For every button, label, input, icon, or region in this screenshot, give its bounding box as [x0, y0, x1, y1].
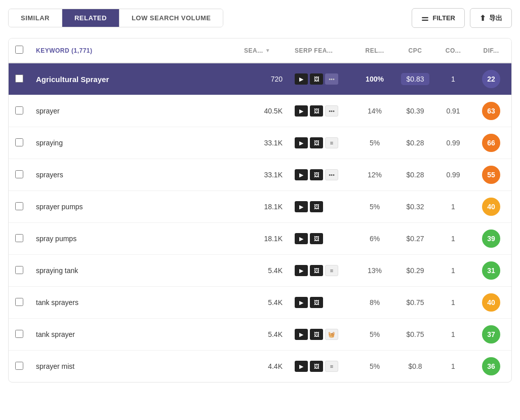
- row-competition-2: 0.99: [435, 159, 471, 191]
- row-keyword-5: spraying tank: [30, 255, 238, 287]
- toolbar-right: ⚌ FILTER ⬆ 导出: [412, 8, 512, 28]
- highlight-keyword-text: Agricultural Sprayer: [36, 75, 109, 84]
- highlight-row-checkbox[interactable]: [15, 74, 23, 83]
- row-checkbox-0[interactable]: [15, 106, 23, 114]
- row-cpc-7: $0.75: [395, 319, 435, 351]
- video-icon: ▶: [295, 361, 308, 372]
- keyword-table-wrapper: KEYWORD (1,771) SEA... ▼ SERP FEA... REL…: [8, 38, 512, 383]
- select-all-checkbox[interactable]: [15, 46, 23, 54]
- row-serp-7: ▶🖼🧺: [289, 319, 354, 351]
- row-serp-5: ▶🖼≡: [289, 255, 354, 287]
- row-diff-5: 31: [471, 255, 511, 287]
- video-icon: ▶: [295, 329, 308, 340]
- row-checkbox-cell: [9, 159, 30, 191]
- row-checkbox-cell: [9, 319, 30, 351]
- table-row: sprayer pumps 18.1K ▶🖼 5% $0.32 1 40: [9, 191, 511, 223]
- row-relevance-3: 5%: [354, 191, 395, 223]
- row-checkbox-cell: [9, 127, 30, 159]
- header-checkbox-cell: [9, 39, 30, 63]
- difficulty-badge-2: 55: [482, 166, 500, 184]
- highlight-search-vol: 720: [238, 63, 289, 95]
- row-serp-3: ▶🖼: [289, 191, 354, 223]
- row-checkbox-4[interactable]: [15, 234, 23, 242]
- row-checkbox-2[interactable]: [15, 170, 23, 178]
- header-difficulty: DIF...: [471, 39, 511, 63]
- image-icon: 🖼: [310, 105, 323, 117]
- row-cpc-3: $0.32: [395, 191, 435, 223]
- row-keyword-2: sprayers: [30, 159, 238, 191]
- row-checkbox-cell: [9, 351, 30, 383]
- row-diff-2: 55: [471, 159, 511, 191]
- row-checkbox-cell: [9, 191, 30, 223]
- row-search-vol-7: 5.4K: [238, 319, 289, 351]
- row-checkbox-5[interactable]: [15, 266, 23, 274]
- table-row: sprayers 33.1K ▶🖼••• 12% $0.28 0.99 55: [9, 159, 511, 191]
- tab-low-search-volume[interactable]: LOW SEARCH VOLUME: [119, 9, 223, 27]
- difficulty-badge-4: 39: [482, 230, 500, 248]
- tab-related[interactable]: RELATED: [62, 9, 119, 27]
- row-checkbox-6[interactable]: [15, 298, 23, 306]
- difficulty-badge-0: 63: [482, 102, 500, 120]
- row-diff-8: 36: [471, 351, 511, 383]
- row-search-vol-1: 33.1K: [238, 127, 289, 159]
- row-serp-2: ▶🖼•••: [289, 159, 354, 191]
- image-icon: 🖼: [310, 265, 323, 276]
- row-checkbox-8[interactable]: [15, 362, 23, 370]
- export-button[interactable]: ⬆ 导出: [470, 8, 512, 28]
- image-icon: 🖼: [310, 73, 323, 85]
- difficulty-badge-5: 31: [482, 261, 500, 280]
- row-serp-6: ▶🖼: [289, 287, 354, 319]
- video-icon: ▶: [295, 265, 308, 276]
- row-checkbox-1[interactable]: [15, 138, 23, 146]
- row-relevance-7: 5%: [354, 319, 395, 351]
- row-cpc-1: $0.28: [395, 127, 435, 159]
- row-relevance-8: 5%: [354, 351, 395, 383]
- main-container: SIMILAR RELATED LOW SEARCH VOLUME ⚌ FILT…: [0, 0, 520, 391]
- row-search-vol-4: 18.1K: [238, 223, 289, 255]
- row-cpc-2: $0.28: [395, 159, 435, 191]
- row-keyword-8: sprayer mist: [30, 351, 238, 383]
- row-cpc-6: $0.75: [395, 287, 435, 319]
- video-icon: ▶: [295, 297, 308, 308]
- table-row: sprayer 40.5K ▶🖼••• 14% $0.39 0.91 63: [9, 95, 511, 127]
- row-keyword-1: spraying: [30, 127, 238, 159]
- row-checkbox-7[interactable]: [15, 330, 23, 338]
- table-row: sprayer mist 4.4K ▶🖼≡ 5% $0.8 1 36: [9, 351, 511, 383]
- row-serp-0: ▶🖼•••: [289, 95, 354, 127]
- image-icon: 🖼: [310, 169, 323, 180]
- row-diff-0: 63: [471, 95, 511, 127]
- highlight-cpc-box: $0.83: [401, 73, 429, 85]
- filter-button[interactable]: ⚌ FILTER: [412, 8, 465, 28]
- row-relevance-6: 8%: [354, 287, 395, 319]
- header-serp-features: SERP FEA...: [289, 39, 354, 63]
- row-search-vol-8: 4.4K: [238, 351, 289, 383]
- row-competition-0: 0.91: [435, 95, 471, 127]
- table-header-row: KEYWORD (1,771) SEA... ▼ SERP FEA... REL…: [9, 39, 511, 63]
- row-keyword-0: sprayer: [30, 95, 238, 127]
- row-serp-8: ▶🖼≡: [289, 351, 354, 383]
- header-search-volume[interactable]: SEA... ▼: [238, 39, 289, 63]
- export-icon: ⬆: [479, 14, 486, 23]
- row-cpc-4: $0.27: [395, 223, 435, 255]
- highlight-cpc: $0.83: [395, 63, 435, 95]
- video-icon: ▶: [295, 201, 308, 212]
- highlight-keyword-cell: Agricultural Sprayer: [30, 63, 238, 95]
- row-checkbox-3[interactable]: [15, 202, 23, 210]
- row-diff-1: 66: [471, 127, 511, 159]
- highlight-difficulty-cell: 22: [471, 63, 511, 95]
- row-relevance-2: 12%: [354, 159, 395, 191]
- row-diff-6: 40: [471, 287, 511, 319]
- image-icon: 🖼: [310, 137, 323, 148]
- sort-down-icon: ▼: [265, 48, 270, 53]
- row-cpc-0: $0.39: [395, 95, 435, 127]
- dots-icon: •••: [325, 105, 338, 117]
- row-relevance-4: 6%: [354, 223, 395, 255]
- header-relevance: REL...: [354, 39, 395, 63]
- difficulty-badge-8: 36: [482, 357, 500, 375]
- highlight-relevance: 100%: [354, 63, 395, 95]
- row-competition-7: 1: [435, 319, 471, 351]
- row-keyword-3: sprayer pumps: [30, 191, 238, 223]
- tab-similar[interactable]: SIMILAR: [9, 9, 62, 27]
- highlight-serp-features: ▶ 🖼 •••: [289, 63, 354, 95]
- row-serp-1: ▶🖼≡: [289, 127, 354, 159]
